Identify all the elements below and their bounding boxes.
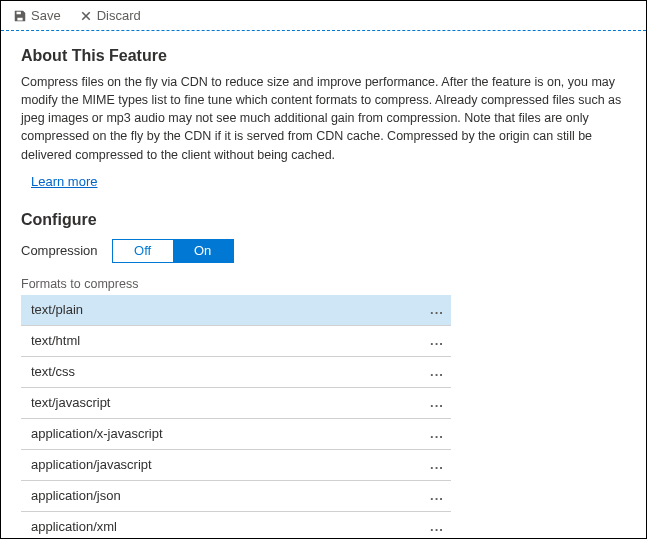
toggle-off[interactable]: Off [113, 240, 173, 262]
more-icon[interactable]: ... [423, 302, 451, 317]
format-value: text/html [21, 333, 423, 348]
learn-more-link[interactable]: Learn more [31, 174, 97, 189]
more-icon[interactable]: ... [423, 457, 451, 472]
more-icon[interactable]: ... [423, 364, 451, 379]
format-value: text/plain [21, 302, 423, 317]
content-area: About This Feature Compress files on the… [1, 31, 646, 539]
format-value: application/xml [21, 519, 423, 534]
table-row[interactable]: application/json ... [21, 481, 451, 512]
format-value: application/javascript [21, 457, 423, 472]
table-row[interactable]: text/css ... [21, 357, 451, 388]
discard-button[interactable]: Discard [79, 8, 141, 23]
more-icon[interactable]: ... [423, 426, 451, 441]
more-icon[interactable]: ... [423, 488, 451, 503]
compression-row: Compression Off On [21, 239, 626, 263]
table-row[interactable]: text/plain ... [21, 295, 451, 326]
discard-label: Discard [97, 8, 141, 23]
configure-title: Configure [21, 211, 626, 229]
about-title: About This Feature [21, 47, 626, 65]
formats-list: text/plain ... text/html ... text/css ..… [21, 295, 451, 539]
table-row[interactable]: text/html ... [21, 326, 451, 357]
compression-toggle: Off On [112, 239, 234, 263]
table-row[interactable]: application/xml ... [21, 512, 451, 539]
more-icon[interactable]: ... [423, 395, 451, 410]
save-label: Save [31, 8, 61, 23]
more-icon[interactable]: ... [423, 333, 451, 348]
formats-label: Formats to compress [21, 277, 626, 291]
compression-label: Compression [21, 243, 98, 258]
toggle-on[interactable]: On [173, 240, 233, 262]
table-row[interactable]: application/x-javascript ... [21, 419, 451, 450]
close-icon [79, 9, 93, 23]
save-icon [13, 9, 27, 23]
toolbar: Save Discard [1, 1, 646, 31]
save-button[interactable]: Save [13, 8, 61, 23]
more-icon[interactable]: ... [423, 519, 451, 534]
format-value: text/javascript [21, 395, 423, 410]
format-value: application/json [21, 488, 423, 503]
table-row[interactable]: text/javascript ... [21, 388, 451, 419]
format-value: text/css [21, 364, 423, 379]
table-row[interactable]: application/javascript ... [21, 450, 451, 481]
format-value: application/x-javascript [21, 426, 423, 441]
about-description: Compress files on the fly via CDN to red… [21, 73, 626, 164]
